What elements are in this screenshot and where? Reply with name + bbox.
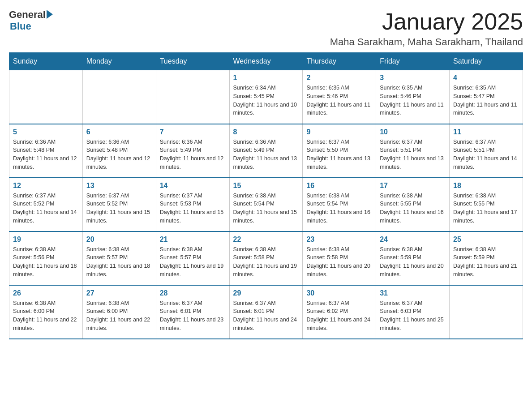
day-number: 23	[306, 235, 372, 244]
calendar-cell: 18Sunrise: 6:38 AM Sunset: 5:55 PM Dayli…	[450, 178, 523, 231]
calendar-cell: 8Sunrise: 6:36 AM Sunset: 5:49 PM Daylig…	[229, 124, 303, 178]
calendar-cell: 9Sunrise: 6:37 AM Sunset: 5:50 PM Daylig…	[303, 124, 376, 178]
page-header: General Blue January 2025 Maha Sarakham,…	[9, 9, 523, 48]
calendar-cell: 12Sunrise: 6:37 AM Sunset: 5:52 PM Dayli…	[9, 178, 83, 231]
calendar-cell: 28Sunrise: 6:37 AM Sunset: 6:01 PM Dayli…	[156, 285, 229, 339]
calendar-cell: 22Sunrise: 6:38 AM Sunset: 5:58 PM Dayli…	[229, 231, 303, 285]
day-info: Sunrise: 6:38 AM Sunset: 5:54 PM Dayligh…	[306, 192, 372, 225]
day-number: 25	[453, 235, 519, 244]
day-number: 13	[86, 182, 152, 190]
calendar-header-row: SundayMondayTuesdayWednesdayThursdayFrid…	[9, 53, 523, 70]
calendar-table: SundayMondayTuesdayWednesdayThursdayFrid…	[9, 52, 523, 339]
day-number: 6	[86, 128, 152, 136]
day-number: 7	[160, 128, 226, 136]
day-number: 27	[86, 289, 152, 297]
calendar-cell: 5Sunrise: 6:36 AM Sunset: 5:48 PM Daylig…	[9, 124, 83, 178]
day-info: Sunrise: 6:38 AM Sunset: 5:57 PM Dayligh…	[160, 245, 226, 279]
day-number: 2	[306, 74, 372, 82]
calendar-cell	[9, 70, 83, 124]
day-info: Sunrise: 6:37 AM Sunset: 5:50 PM Dayligh…	[306, 138, 372, 171]
calendar-cell: 15Sunrise: 6:38 AM Sunset: 5:54 PM Dayli…	[229, 178, 303, 231]
month-title: January 2025	[330, 9, 523, 34]
calendar-cell: 27Sunrise: 6:38 AM Sunset: 6:00 PM Dayli…	[82, 285, 156, 339]
calendar-week-2: 5Sunrise: 6:36 AM Sunset: 5:48 PM Daylig…	[9, 124, 523, 178]
header-wednesday: Wednesday	[229, 53, 303, 70]
day-info: Sunrise: 6:35 AM Sunset: 5:47 PM Dayligh…	[453, 84, 519, 117]
calendar-cell: 31Sunrise: 6:37 AM Sunset: 6:03 PM Dayli…	[376, 285, 450, 339]
calendar-cell: 16Sunrise: 6:38 AM Sunset: 5:54 PM Dayli…	[303, 178, 376, 231]
calendar-cell: 1Sunrise: 6:34 AM Sunset: 5:45 PM Daylig…	[229, 70, 303, 124]
day-info: Sunrise: 6:38 AM Sunset: 5:54 PM Dayligh…	[233, 192, 299, 225]
day-number: 11	[453, 128, 519, 136]
day-info: Sunrise: 6:38 AM Sunset: 6:00 PM Dayligh…	[86, 299, 152, 333]
day-info: Sunrise: 6:36 AM Sunset: 5:48 PM Dayligh…	[13, 138, 79, 171]
day-info: Sunrise: 6:37 AM Sunset: 5:52 PM Dayligh…	[13, 192, 79, 225]
day-info: Sunrise: 6:35 AM Sunset: 5:46 PM Dayligh…	[306, 84, 372, 117]
calendar-cell: 11Sunrise: 6:37 AM Sunset: 5:51 PM Dayli…	[450, 124, 523, 178]
calendar-cell: 30Sunrise: 6:37 AM Sunset: 6:02 PM Dayli…	[303, 285, 376, 339]
day-info: Sunrise: 6:36 AM Sunset: 5:49 PM Dayligh…	[160, 138, 226, 171]
calendar-cell	[156, 70, 229, 124]
day-number: 19	[13, 235, 79, 244]
calendar-cell: 20Sunrise: 6:38 AM Sunset: 5:57 PM Dayli…	[82, 231, 156, 285]
calendar-cell: 6Sunrise: 6:36 AM Sunset: 5:48 PM Daylig…	[82, 124, 156, 178]
day-info: Sunrise: 6:38 AM Sunset: 5:55 PM Dayligh…	[453, 192, 519, 225]
calendar-week-1: 1Sunrise: 6:34 AM Sunset: 5:45 PM Daylig…	[9, 70, 523, 124]
day-number: 14	[160, 182, 226, 190]
day-info: Sunrise: 6:34 AM Sunset: 5:45 PM Dayligh…	[233, 84, 299, 117]
header-saturday: Saturday	[450, 53, 523, 70]
calendar-cell: 25Sunrise: 6:38 AM Sunset: 5:59 PM Dayli…	[450, 231, 523, 285]
day-info: Sunrise: 6:38 AM Sunset: 5:59 PM Dayligh…	[453, 245, 519, 279]
day-number: 18	[453, 182, 519, 190]
calendar-cell: 21Sunrise: 6:38 AM Sunset: 5:57 PM Dayli…	[156, 231, 229, 285]
day-info: Sunrise: 6:37 AM Sunset: 6:01 PM Dayligh…	[160, 299, 226, 333]
day-number: 5	[13, 128, 79, 136]
calendar-week-5: 26Sunrise: 6:38 AM Sunset: 6:00 PM Dayli…	[9, 285, 523, 339]
calendar-cell: 2Sunrise: 6:35 AM Sunset: 5:46 PM Daylig…	[303, 70, 376, 124]
calendar-cell: 19Sunrise: 6:38 AM Sunset: 5:56 PM Dayli…	[9, 231, 83, 285]
title-section: January 2025 Maha Sarakham, Maha Sarakha…	[330, 9, 523, 48]
day-info: Sunrise: 6:37 AM Sunset: 5:52 PM Dayligh…	[86, 192, 152, 225]
day-number: 17	[380, 182, 446, 190]
calendar-cell: 7Sunrise: 6:36 AM Sunset: 5:49 PM Daylig…	[156, 124, 229, 178]
day-info: Sunrise: 6:38 AM Sunset: 5:58 PM Dayligh…	[306, 245, 372, 279]
calendar-cell: 29Sunrise: 6:37 AM Sunset: 6:01 PM Dayli…	[229, 285, 303, 339]
day-info: Sunrise: 6:37 AM Sunset: 6:02 PM Dayligh…	[306, 299, 372, 333]
calendar-week-3: 12Sunrise: 6:37 AM Sunset: 5:52 PM Dayli…	[9, 178, 523, 231]
calendar-cell: 10Sunrise: 6:37 AM Sunset: 5:51 PM Dayli…	[376, 124, 450, 178]
day-info: Sunrise: 6:36 AM Sunset: 5:49 PM Dayligh…	[233, 138, 299, 171]
day-number: 8	[233, 128, 299, 136]
day-info: Sunrise: 6:37 AM Sunset: 5:53 PM Dayligh…	[160, 192, 226, 225]
day-number: 28	[160, 289, 226, 297]
day-info: Sunrise: 6:37 AM Sunset: 6:03 PM Dayligh…	[380, 299, 446, 333]
calendar-cell: 13Sunrise: 6:37 AM Sunset: 5:52 PM Dayli…	[82, 178, 156, 231]
day-info: Sunrise: 6:38 AM Sunset: 5:58 PM Dayligh…	[233, 245, 299, 279]
day-number: 29	[233, 289, 299, 297]
day-info: Sunrise: 6:37 AM Sunset: 5:51 PM Dayligh…	[453, 138, 519, 171]
day-info: Sunrise: 6:38 AM Sunset: 5:55 PM Dayligh…	[380, 192, 446, 225]
day-info: Sunrise: 6:38 AM Sunset: 5:59 PM Dayligh…	[380, 245, 446, 279]
day-number: 9	[306, 128, 372, 136]
day-number: 10	[380, 128, 446, 136]
day-number: 21	[160, 235, 226, 244]
day-number: 26	[13, 289, 79, 297]
day-number: 4	[453, 74, 519, 82]
day-number: 24	[380, 235, 446, 244]
day-info: Sunrise: 6:37 AM Sunset: 5:51 PM Dayligh…	[380, 138, 446, 171]
calendar-cell: 14Sunrise: 6:37 AM Sunset: 5:53 PM Dayli…	[156, 178, 229, 231]
logo: General Blue	[9, 9, 53, 32]
calendar-cell: 26Sunrise: 6:38 AM Sunset: 6:00 PM Dayli…	[9, 285, 83, 339]
day-number: 30	[306, 289, 372, 297]
day-number: 22	[233, 235, 299, 244]
header-sunday: Sunday	[9, 53, 83, 70]
day-info: Sunrise: 6:35 AM Sunset: 5:46 PM Dayligh…	[380, 84, 446, 117]
calendar-cell: 17Sunrise: 6:38 AM Sunset: 5:55 PM Dayli…	[376, 178, 450, 231]
day-number: 12	[13, 182, 79, 190]
calendar-cell	[82, 70, 156, 124]
header-tuesday: Tuesday	[156, 53, 229, 70]
day-info: Sunrise: 6:37 AM Sunset: 6:01 PM Dayligh…	[233, 299, 299, 333]
location-title: Maha Sarakham, Maha Sarakham, Thailand	[330, 36, 523, 48]
day-number: 15	[233, 182, 299, 190]
day-number: 16	[306, 182, 372, 190]
calendar-cell: 4Sunrise: 6:35 AM Sunset: 5:47 PM Daylig…	[450, 70, 523, 124]
